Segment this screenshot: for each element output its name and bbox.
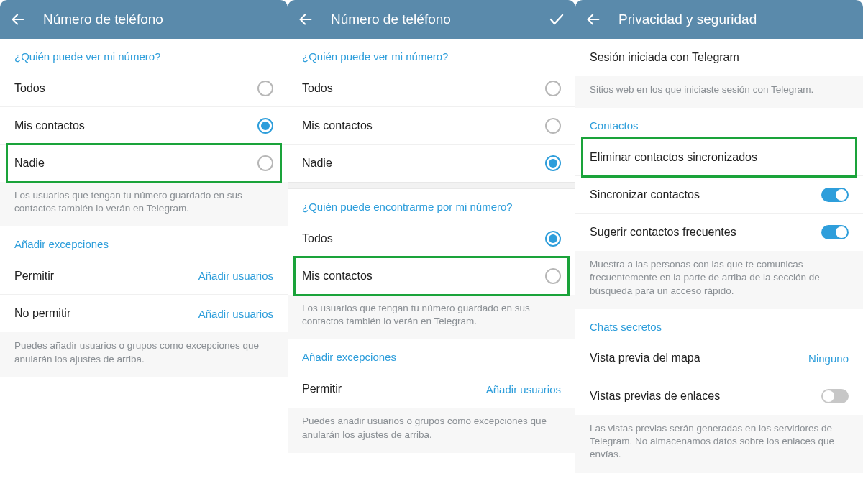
row-label: No permitir bbox=[14, 307, 198, 320]
option-my-contacts-find[interactable]: Mis contactos bbox=[288, 257, 575, 295]
row-telegram-session[interactable]: Sesión iniciada con Telegram bbox=[575, 39, 863, 76]
row-delete-synced-contacts[interactable]: Eliminar contactos sincronizados bbox=[575, 139, 863, 176]
toggle-off-icon[interactable] bbox=[821, 389, 849, 403]
option-my-contacts[interactable]: Mis contactos bbox=[288, 107, 575, 145]
section-exceptions: Añadir excepciones bbox=[288, 339, 575, 370]
row-sync-contacts[interactable]: Sincronizar contactos bbox=[575, 176, 863, 214]
option-nobody[interactable]: Nadie bbox=[288, 145, 575, 182]
section-who-can-find: ¿Quién puede encontrarme por mi número? bbox=[288, 189, 575, 220]
row-suggest-frequent[interactable]: Sugerir contactos frecuentes bbox=[575, 214, 863, 251]
exceptions-hint: Puedes añadir usuarios o grupos como exc… bbox=[0, 332, 288, 377]
frequent-hint: Muestra a las personas con las que te co… bbox=[575, 251, 863, 309]
section-contacts: Contactos bbox=[575, 108, 863, 139]
row-label: Permitir bbox=[14, 270, 198, 283]
header-title: Privacidad y seguridad bbox=[618, 12, 853, 27]
section-who-can-see: ¿Quién puede ver mi número? bbox=[288, 39, 575, 70]
section-secret-chats: Chats secretos bbox=[575, 309, 863, 340]
row-map-preview[interactable]: Vista previa del mapa Ninguno bbox=[575, 340, 863, 377]
check-icon[interactable] bbox=[548, 11, 565, 28]
back-icon[interactable] bbox=[298, 12, 314, 27]
panel-phone-number-1: Número de teléfono ¿Quién puede ver mi n… bbox=[0, 0, 288, 504]
radio-icon bbox=[257, 155, 273, 171]
row-label: Permitir bbox=[302, 382, 486, 395]
header-title: Número de teléfono bbox=[331, 12, 531, 27]
row-label: Sincronizar contactos bbox=[590, 188, 821, 201]
row-label: Vista previa del mapa bbox=[590, 352, 808, 365]
section-who-can-see: ¿Quién puede ver mi número? bbox=[0, 39, 288, 70]
row-link-previews[interactable]: Vistas previas de enlaces bbox=[575, 377, 863, 415]
add-users-link[interactable]: Añadir usuarios bbox=[198, 308, 273, 320]
content: ¿Quién puede ver mi número? Todos Mis co… bbox=[0, 39, 288, 504]
content: ¿Quién puede ver mi número? Todos Mis co… bbox=[288, 39, 575, 504]
option-nobody[interactable]: Nadie bbox=[0, 145, 288, 182]
option-label: Mis contactos bbox=[14, 119, 257, 132]
content: Sesión iniciada con Telegram Sitios web … bbox=[575, 39, 863, 504]
option-label: Todos bbox=[302, 232, 545, 245]
option-label: Nadie bbox=[302, 157, 545, 170]
section-exceptions: Añadir excepciones bbox=[0, 226, 288, 257]
section-divider bbox=[288, 182, 575, 189]
option-label: Mis contactos bbox=[302, 119, 545, 132]
row-allow[interactable]: Permitir Añadir usuarios bbox=[288, 370, 575, 408]
option-label: Nadie bbox=[14, 157, 257, 170]
option-my-contacts[interactable]: Mis contactos bbox=[0, 107, 288, 145]
panel-phone-number-2: Número de teléfono ¿Quién puede ver mi n… bbox=[288, 0, 575, 504]
app-header: Número de teléfono bbox=[0, 0, 288, 39]
add-users-link[interactable]: Añadir usuarios bbox=[486, 383, 561, 395]
radio-icon bbox=[257, 81, 273, 96]
radio-icon bbox=[545, 268, 561, 284]
radio-icon bbox=[545, 231, 561, 247]
back-icon[interactable] bbox=[10, 12, 26, 27]
row-label: Vistas previas de enlaces bbox=[590, 390, 821, 403]
add-users-link[interactable]: Añadir usuarios bbox=[198, 270, 273, 282]
sessions-hint: Sitios web en los que iniciaste sesión c… bbox=[575, 76, 863, 108]
radio-icon bbox=[257, 118, 273, 134]
option-everyone[interactable]: Todos bbox=[0, 70, 288, 107]
toggle-on-icon[interactable] bbox=[821, 225, 849, 239]
radio-icon bbox=[545, 81, 561, 96]
row-label: Sesión iniciada con Telegram bbox=[590, 51, 849, 64]
row-deny[interactable]: No permitir Añadir usuarios bbox=[0, 295, 288, 332]
row-label: Eliminar contactos sincronizados bbox=[590, 151, 849, 164]
app-header: Número de teléfono bbox=[288, 0, 575, 39]
radio-icon bbox=[545, 118, 561, 134]
link-previews-hint: Las vistas previas serán generadas en lo… bbox=[575, 415, 863, 473]
option-everyone[interactable]: Todos bbox=[288, 70, 575, 107]
option-label: Mis contactos bbox=[302, 270, 545, 283]
app-header: Privacidad y seguridad bbox=[575, 0, 863, 39]
radio-icon bbox=[545, 155, 561, 171]
header-title: Número de teléfono bbox=[43, 12, 278, 27]
option-everyone-find[interactable]: Todos bbox=[288, 220, 575, 257]
option-label: Todos bbox=[14, 82, 257, 95]
who-can-see-hint: Los usuarios que tengan tu número guarda… bbox=[0, 182, 288, 226]
exceptions-hint: Puedes añadir usuarios o grupos como exc… bbox=[288, 408, 575, 452]
toggle-on-icon[interactable] bbox=[821, 188, 849, 202]
row-value: Ninguno bbox=[808, 352, 849, 365]
row-allow[interactable]: Permitir Añadir usuarios bbox=[0, 257, 288, 295]
row-label: Sugerir contactos frecuentes bbox=[590, 226, 821, 239]
back-icon[interactable] bbox=[585, 12, 601, 27]
panel-privacy-security: Privacidad y seguridad Sesión iniciada c… bbox=[575, 0, 863, 504]
who-can-find-hint: Los usuarios que tengan tu número guarda… bbox=[288, 295, 575, 339]
option-label: Todos bbox=[302, 82, 545, 95]
